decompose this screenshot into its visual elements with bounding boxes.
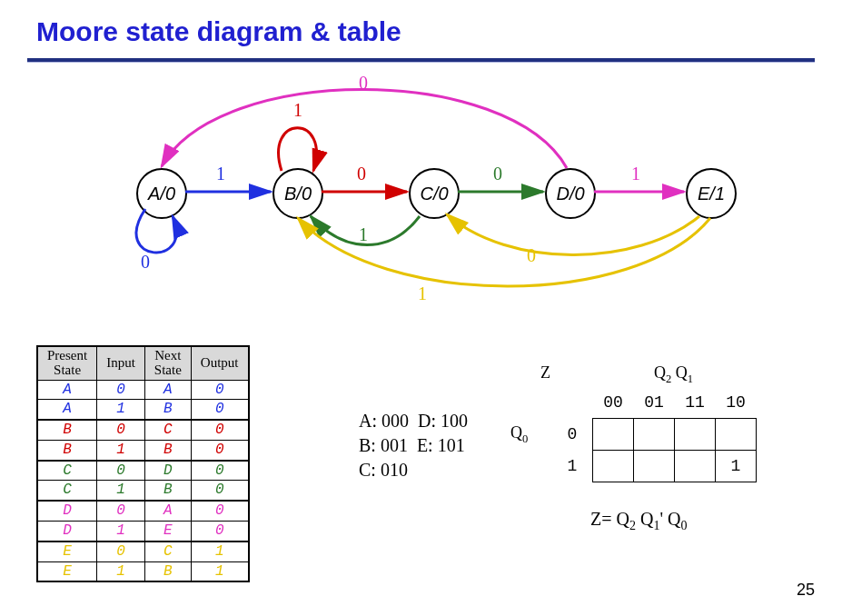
table-cell: 0 bbox=[97, 461, 145, 481]
kmap-row-0: 0 bbox=[552, 419, 593, 451]
table-cell: 1 bbox=[191, 541, 248, 561]
table-cell: A bbox=[144, 380, 191, 400]
kmap-row-1: 1 bbox=[552, 451, 593, 482]
table-cell: B bbox=[144, 481, 191, 501]
table-cell: 0 bbox=[191, 440, 248, 460]
diagram-edges: 0 1 1 0 0 1 1 0 0 1 bbox=[0, 73, 842, 309]
table-cell: B bbox=[144, 400, 191, 420]
table-cell: E bbox=[37, 541, 97, 561]
kmap-z-label: Z bbox=[540, 363, 550, 383]
page-number: 25 bbox=[797, 581, 815, 600]
kmap-cell-0-00 bbox=[593, 419, 634, 451]
kmap-cols-label: Q2 Q1 bbox=[654, 363, 693, 386]
table-cell: 0 bbox=[97, 501, 145, 521]
enc-A: A: 000 bbox=[359, 411, 409, 431]
edge-A-A-label: 0 bbox=[141, 252, 150, 272]
kmap-col-00: 00 bbox=[593, 387, 634, 419]
table-cell: 1 bbox=[97, 561, 145, 581]
kmap-col-10: 10 bbox=[716, 387, 757, 419]
enc-C: C: 010 bbox=[359, 460, 408, 480]
kmap: Z Q2 Q1 Q0 00 01 11 10 0 1 1 bbox=[545, 371, 757, 482]
th-present: PresentState bbox=[37, 346, 97, 380]
table-cell: E bbox=[144, 522, 191, 541]
edge-E-B-label: 1 bbox=[418, 283, 427, 303]
edge-E-C-label: 0 bbox=[527, 245, 536, 265]
table-cell: 1 bbox=[191, 561, 248, 581]
kmap-col-11: 11 bbox=[675, 387, 716, 419]
kmap-cell-1-00 bbox=[593, 451, 634, 482]
kmap-cell-1-01 bbox=[634, 451, 675, 482]
state-encoding: A: 000 D: 100 B: 001 E: 101 C: 010 bbox=[359, 409, 468, 482]
edge-A-B-label: 1 bbox=[216, 164, 225, 184]
table-cell: 0 bbox=[191, 380, 248, 400]
kmap-cell-0-10 bbox=[716, 419, 757, 451]
edge-D-E-label: 1 bbox=[631, 164, 640, 184]
table-cell: 0 bbox=[191, 420, 248, 440]
state-table: PresentState Input NextState Output A0A0… bbox=[36, 345, 250, 582]
kmap-cell-0-01 bbox=[634, 419, 675, 451]
th-input: Input bbox=[97, 346, 145, 380]
table-cell: C bbox=[37, 481, 97, 501]
table-cell: 0 bbox=[191, 501, 248, 521]
table-cell: B bbox=[144, 561, 191, 581]
kmap-cell-0-11 bbox=[675, 419, 716, 451]
table-cell: B bbox=[37, 420, 97, 440]
table-cell: 0 bbox=[191, 400, 248, 420]
enc-D: D: 100 bbox=[418, 411, 468, 431]
table-cell: B bbox=[144, 440, 191, 460]
table-cell: E bbox=[37, 561, 97, 581]
table-cell: D bbox=[37, 501, 97, 521]
edge-C-B-label: 1 bbox=[359, 224, 368, 244]
kmap-cell-1-11 bbox=[675, 451, 716, 482]
table-cell: 0 bbox=[191, 481, 248, 501]
table-cell: A bbox=[37, 380, 97, 400]
th-output: Output bbox=[191, 346, 248, 380]
kmap-col-01: 01 bbox=[634, 387, 675, 419]
table-cell: A bbox=[37, 400, 97, 420]
table-cell: C bbox=[37, 461, 97, 481]
enc-B: B: 001 bbox=[359, 435, 408, 455]
table-cell: 0 bbox=[191, 461, 248, 481]
edge-D-A-label: 0 bbox=[359, 73, 368, 93]
enc-E: E: 101 bbox=[417, 435, 465, 455]
table-cell: 0 bbox=[97, 541, 145, 561]
title-rule bbox=[27, 58, 815, 63]
table-cell: D bbox=[37, 522, 97, 541]
edge-C-D-label: 0 bbox=[493, 164, 502, 184]
edge-B-B-label: 1 bbox=[293, 100, 302, 120]
kmap-row-label: Q0 bbox=[510, 423, 528, 446]
table-cell: C bbox=[144, 420, 191, 440]
state-diagram: A/0 B/0 C/0 D/0 E/1 0 1 bbox=[0, 73, 842, 309]
table-cell: 1 bbox=[97, 440, 145, 460]
table-cell: 1 bbox=[97, 400, 145, 420]
table-cell: D bbox=[144, 461, 191, 481]
table-cell: A bbox=[144, 501, 191, 521]
z-expression: Z= Q2 Q1' Q0 bbox=[590, 509, 687, 533]
slide-title: Moore state diagram & table bbox=[36, 16, 401, 47]
table-cell: 0 bbox=[97, 380, 145, 400]
table-cell: 0 bbox=[97, 420, 145, 440]
table-cell: B bbox=[37, 440, 97, 460]
table-cell: 1 bbox=[97, 481, 145, 501]
table-cell: 1 bbox=[97, 522, 145, 541]
table-cell: 0 bbox=[191, 522, 248, 541]
th-next: NextState bbox=[144, 346, 191, 380]
table-cell: C bbox=[144, 541, 191, 561]
kmap-cell-1-10: 1 bbox=[716, 451, 757, 482]
edge-B-C-label: 0 bbox=[357, 164, 366, 184]
